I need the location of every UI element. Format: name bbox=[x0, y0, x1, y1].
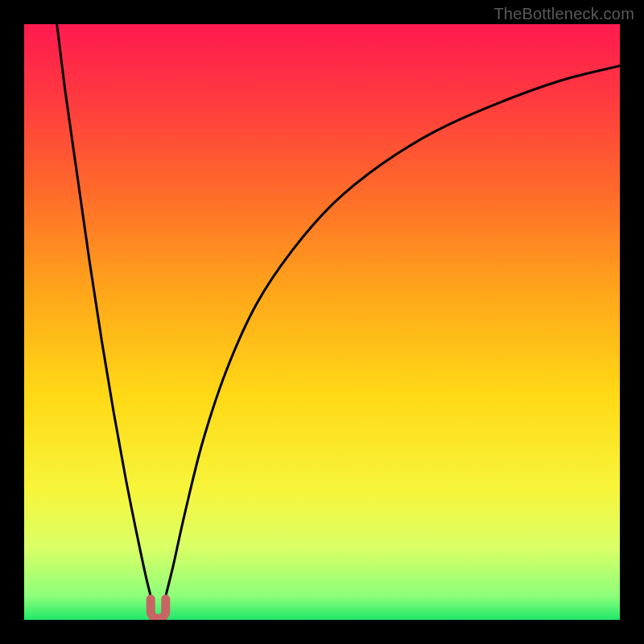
gradient-background bbox=[24, 24, 620, 620]
outer-frame: TheBottleneck.com bbox=[0, 0, 644, 644]
plot-area bbox=[24, 24, 620, 620]
chart-svg bbox=[24, 24, 620, 620]
watermark-text: TheBottleneck.com bbox=[493, 5, 634, 23]
